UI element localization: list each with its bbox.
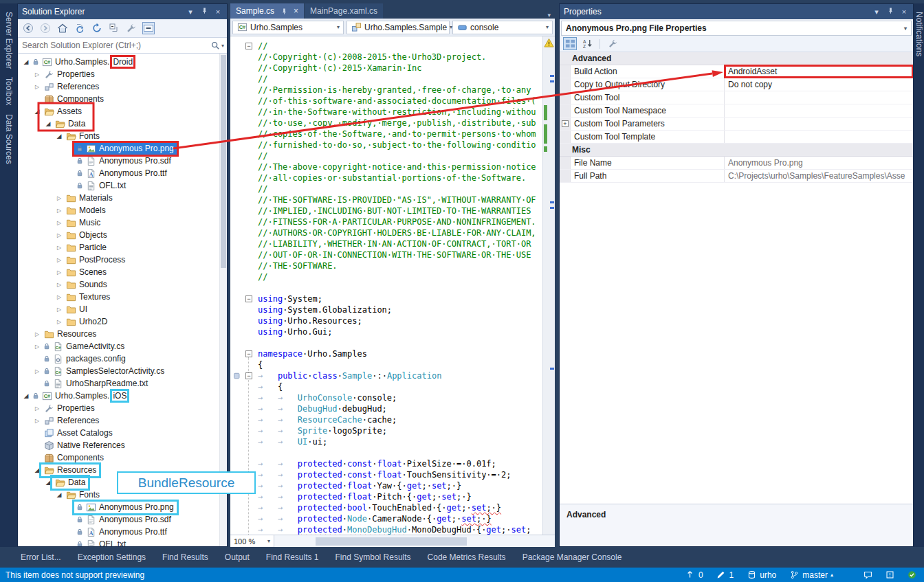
property-value[interactable]: C:\Projects\urho\Samples\FeatureSamples\… [725, 170, 913, 182]
tree-item[interactable]: ▷Particle [18, 241, 227, 254]
expand-toggle-icon[interactable]: + [562, 120, 569, 127]
back-button[interactable] [22, 22, 34, 34]
side-tab-toolbox[interactable]: Toolbox [4, 77, 14, 105]
tree-item[interactable]: ◢Fonts [18, 130, 227, 142]
pin-icon[interactable] [278, 5, 289, 16]
sync-with-active-document-button[interactable] [74, 22, 86, 34]
expander-icon[interactable]: ▷ [55, 257, 63, 263]
property-row[interactable]: Build ActionAndroidAsset [560, 65, 913, 78]
expander-icon[interactable]: ▷ [33, 405, 41, 412]
fold-toggle-icon[interactable]: − [245, 372, 252, 379]
tree-item[interactable]: ◢Fonts [18, 489, 227, 501]
properties-object-dropdown[interactable]: Anonymous Pro.png File Properties ▾ [561, 21, 912, 36]
expander-icon[interactable]: ◢ [44, 120, 52, 127]
tree-item[interactable]: ▷Music [18, 216, 227, 229]
tree-item[interactable]: Native References [18, 439, 227, 451]
search-box[interactable]: ▾ [18, 38, 227, 54]
expander-icon[interactable]: ▷ [55, 319, 63, 325]
tree-item[interactable]: Anonymous Pro.sdf [18, 513, 227, 526]
tree-item[interactable]: ▷Properties [18, 68, 227, 80]
property-value[interactable] [725, 131, 913, 143]
property-value[interactable]: Do not copy [725, 78, 913, 91]
category-row-advanced[interactable]: Advanced [560, 52, 913, 65]
tree-item[interactable]: ◢C#Urho.Samples.iOS [18, 390, 227, 402]
tree-item[interactable]: ▷Urho2D [18, 315, 227, 328]
tree-item[interactable]: packages.config [18, 352, 227, 365]
tree-item[interactable]: ▷References [18, 414, 227, 427]
expander-icon[interactable]: ▷ [55, 208, 63, 214]
expander-icon[interactable]: ▷ [33, 344, 41, 350]
expander-icon[interactable]: ▷ [33, 84, 41, 90]
bottom-tab-find-results[interactable]: Find Results [162, 552, 208, 562]
tree-scrollbar-thumb[interactable] [221, 55, 226, 268]
tree-item[interactable]: ▷References [18, 80, 227, 93]
category-row-misc[interactable]: Misc [560, 144, 913, 157]
expander-icon[interactable]: ▷ [55, 245, 63, 251]
tree-item[interactable]: ◢Resources [18, 464, 227, 476]
tree-item[interactable]: Asset Catalogs [18, 427, 227, 439]
properties-button[interactable] [125, 22, 138, 34]
tree-item[interactable]: ◢Data [18, 476, 227, 489]
tree-item[interactable]: ▷Properties [18, 402, 227, 414]
tree-item[interactable]: UrhoSharpReadme.txt [18, 377, 227, 390]
tree-item[interactable]: ▷PostProcess [18, 254, 227, 266]
side-tab-server-explorer[interactable]: Server Explorer [4, 12, 14, 69]
expander-icon[interactable]: ▷ [33, 331, 41, 337]
close-button[interactable]: × [213, 7, 223, 16]
bottom-tab-find-results-1[interactable]: Find Results 1 [266, 552, 319, 562]
expander-icon[interactable]: ◢ [55, 133, 63, 139]
expander-icon[interactable]: ▷ [33, 368, 41, 374]
property-row[interactable]: Custom Tool [560, 91, 913, 104]
property-row[interactable]: Custom Tool Template [560, 131, 913, 144]
expander-icon[interactable]: ▷ [55, 269, 63, 276]
notifications-icon[interactable] [884, 570, 895, 581]
pending-edits[interactable]: 1 [716, 570, 734, 581]
tree-item[interactable]: Components [18, 451, 227, 464]
categorized-button[interactable] [563, 37, 577, 50]
tree-item[interactable]: ▷Materials [18, 192, 227, 204]
tree-item[interactable]: Anonymous Pro.png [18, 142, 227, 155]
expander-icon[interactable]: ◢ [44, 479, 52, 486]
side-tab-data-sources[interactable]: Data Sources [4, 114, 14, 164]
tree-item[interactable]: ◢Assets [18, 105, 227, 117]
side-tab-notifications[interactable]: Notifications [914, 12, 924, 56]
pin-button[interactable] [199, 7, 209, 16]
window-position-button[interactable]: ▾ [872, 7, 881, 16]
expander-icon[interactable]: ◢ [55, 491, 63, 498]
tree-item[interactable]: ◢Data [18, 117, 227, 130]
close-button[interactable]: × [899, 7, 909, 16]
tree-item[interactable]: Anonymous Pro.sdf [18, 155, 227, 167]
bottom-tab-error-list[interactable]: Error List... [21, 552, 61, 562]
tree-item[interactable]: ◢C#Urho.Samples.Droid [18, 56, 227, 68]
fold-toggle-icon[interactable]: − [245, 43, 252, 49]
property-pages-button[interactable] [606, 37, 619, 50]
bottom-tab-exception-settings[interactable]: Exception Settings [78, 552, 146, 562]
expander-icon[interactable]: ▷ [55, 232, 63, 238]
tree-item[interactable]: ▷Objects [18, 229, 227, 241]
window-position-button[interactable]: ▾ [186, 7, 195, 16]
bottom-tab-output[interactable]: Output [225, 552, 250, 562]
code-text[interactable]: ////·Copyright·(c)·2008-2015·the·Urho3D·… [256, 36, 555, 535]
feedback-icon[interactable] [862, 570, 873, 581]
project-dropdown[interactable]: C#Urho.Samples▾ [232, 21, 344, 34]
property-value[interactable]: Anonymous Pro.png [725, 157, 913, 169]
tree-item[interactable]: ▷Textures [18, 291, 227, 303]
property-value[interactable] [725, 91, 913, 104]
fold-toggle-icon[interactable]: − [245, 350, 252, 357]
member-dropdown[interactable]: console▾ [452, 21, 553, 34]
expander-icon[interactable]: ◢ [22, 58, 30, 65]
zoom-dropdown[interactable]: 100 % ▾ [230, 535, 274, 547]
property-row[interactable]: File NameAnonymous Pro.png [560, 157, 913, 170]
active-files-icon[interactable]: ▾ [543, 12, 555, 19]
refresh-button[interactable] [91, 22, 103, 34]
bottom-tab-code-metrics-results[interactable]: Code Metrics Results [428, 552, 506, 562]
tree-item[interactable]: ▷Sounds [18, 278, 227, 291]
property-value[interactable]: AndroidAsset [725, 65, 913, 78]
tree-item[interactable]: AAnonymous Pro.ttf [18, 526, 227, 538]
bottom-tab-package-manager-console[interactable]: Package Manager Console [522, 552, 622, 562]
tree-item[interactable]: AAnonymous Pro.ttf [18, 167, 227, 179]
tree-item[interactable]: ▷C#SamplesSelectorActivity.cs [18, 365, 227, 377]
property-row[interactable]: Copy to Output DirectoryDo not copy [560, 78, 913, 91]
tree-item[interactable]: ▷Scenes [18, 266, 227, 278]
properties-titlebar[interactable]: Properties ▾× [560, 4, 913, 19]
